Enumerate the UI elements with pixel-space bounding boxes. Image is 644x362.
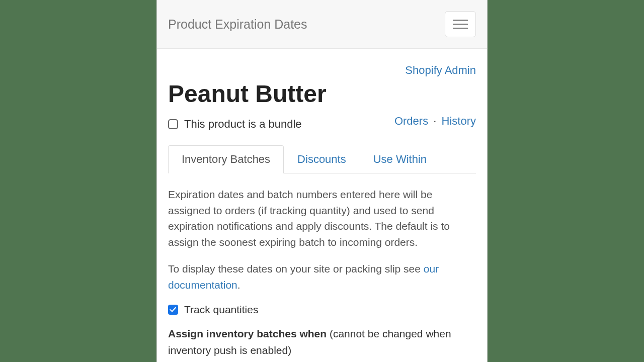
inventory-description-1: Expiration dates and batch numbers enter… bbox=[168, 187, 476, 250]
bundle-checkbox[interactable] bbox=[168, 119, 178, 129]
shopify-admin-link[interactable]: Shopify Admin bbox=[405, 64, 476, 76]
navbar: Product Expiration Dates bbox=[157, 0, 487, 49]
track-quantities-checkbox[interactable] bbox=[168, 305, 178, 315]
assign-heading-bold: Assign inventory batches when bbox=[168, 328, 330, 339]
content-area: Shopify Admin Peanut Butter Orders · His… bbox=[157, 49, 487, 362]
tabs: Inventory Batches Discounts Use Within bbox=[168, 145, 476, 173]
navbar-brand[interactable]: Product Expiration Dates bbox=[168, 17, 307, 32]
orders-link[interactable]: Orders bbox=[394, 115, 428, 127]
app-panel: Product Expiration Dates Shopify Admin P… bbox=[156, 0, 488, 362]
hamburger-bar-icon bbox=[453, 28, 468, 29]
bundle-checkbox-label: This product is a bundle bbox=[184, 118, 302, 131]
hamburger-menu-button[interactable] bbox=[445, 11, 476, 37]
hamburger-bar-icon bbox=[453, 20, 468, 21]
tab-inventory-batches[interactable]: Inventory Batches bbox=[168, 145, 284, 173]
inventory-desc2-prefix: To display these dates on your site or p… bbox=[168, 263, 424, 275]
hamburger-bar-icon bbox=[453, 24, 468, 25]
admin-link-row: Shopify Admin bbox=[168, 64, 476, 77]
history-link[interactable]: History bbox=[442, 115, 476, 127]
track-quantities-label: Track quantities bbox=[184, 304, 258, 316]
tab-content-inventory: Expiration dates and batch numbers enter… bbox=[168, 173, 476, 358]
inventory-desc2-suffix: . bbox=[237, 279, 240, 291]
assign-heading: Assign inventory batches when (cannot be… bbox=[168, 326, 476, 358]
link-separator: · bbox=[431, 115, 438, 127]
tab-discounts[interactable]: Discounts bbox=[284, 145, 360, 173]
page-title: Peanut Butter bbox=[168, 80, 476, 108]
track-quantities-row[interactable]: Track quantities bbox=[168, 304, 476, 316]
inventory-description-2: To display these dates on your site or p… bbox=[168, 261, 476, 293]
tab-use-within[interactable]: Use Within bbox=[360, 145, 440, 173]
